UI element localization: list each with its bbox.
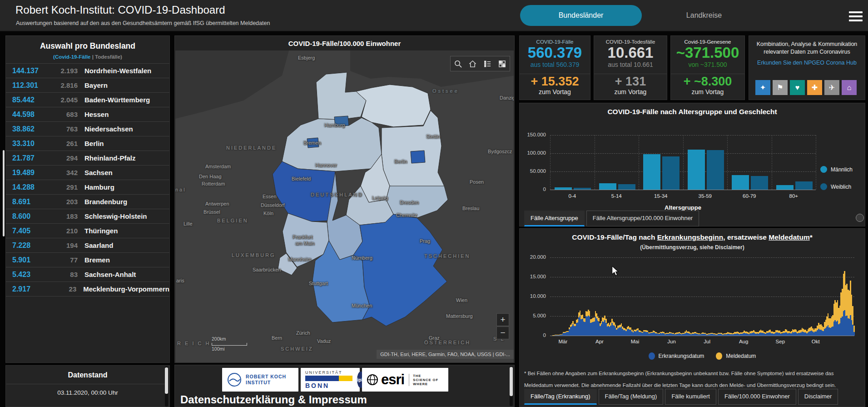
rki-logo-text: ROBERT KOCH INSTITUT (246, 374, 288, 386)
age-bar-weiblich[interactable] (662, 156, 680, 190)
age-bar-maennlich[interactable] (732, 175, 749, 190)
state-row[interactable]: 5.90177Bremen (6, 253, 169, 267)
stat-cards: COVID-19-Fälle560.379aus total 560.379+ … (519, 35, 746, 100)
health-icon[interactable]: ♥ (790, 80, 805, 95)
age-bar-maennlich[interactable] (643, 154, 660, 190)
daily-chart-tab[interactable]: Fälle kumuliert (665, 389, 716, 405)
map-canvas[interactable]: EsbjergOstseeDanzigHamburgStettinBremenB… (175, 50, 514, 362)
page-subtitle: Auswertungen basierend auf den aus den G… (16, 20, 270, 26)
state-row[interactable]: 33.310261Berlin (6, 136, 169, 151)
map-label: Hamburg (324, 122, 345, 128)
menu-icon[interactable] (849, 11, 863, 21)
impressum-link[interactable]: Datenschutzerklärung & Impressum (180, 393, 367, 406)
state-row[interactable]: 44.598683Hessen (6, 107, 169, 122)
age-bar-maennlich[interactable] (599, 183, 616, 190)
age-chart-tab[interactable]: Fälle Altersgruppe (524, 211, 585, 226)
daily-chart-tabs: Fälle/Tag (Erkrankung)Fälle/Tag (Meldung… (524, 389, 838, 405)
bonn-logo-bottom: BONN (305, 382, 352, 389)
age-ytick: 150.000 (520, 132, 546, 137)
npgeo-hub-link[interactable]: Erkunden Sie den NPGEO Corona Hub (749, 60, 865, 66)
state-cases: 8.691 (12, 198, 52, 206)
map-label: Brüssel (203, 209, 220, 215)
transport-icon[interactable]: ✈ (824, 80, 839, 95)
state-name: Niedersachsen (84, 125, 133, 133)
daily-title-erkrankungsbeginn: Erkrankungsbeginn (657, 233, 724, 241)
daily-ytick: 20.000 (520, 254, 546, 260)
esri-tagline: THE SCIENCE OF WHERE (409, 374, 438, 386)
state-row[interactable]: 5.42383Sachsen-Anhalt (6, 267, 169, 282)
map-label: Berlin (394, 159, 407, 164)
age-bar-weiblich[interactable] (751, 176, 768, 190)
legend-deaths-label[interactable]: Todesfälle) (95, 54, 122, 60)
age-gridline-v (595, 135, 595, 190)
state-row[interactable]: 85.4422.045Baden-Württemberg (6, 93, 169, 107)
sidebar-scrollbar[interactable] (3, 150, 5, 236)
state-row[interactable]: 7.228194Saarland (6, 238, 169, 253)
age-bar-weiblich[interactable] (707, 150, 724, 190)
panel-expand-button[interactable] (856, 214, 864, 222)
hub-text-line2: relevanter Daten zum Coronavirus (749, 48, 865, 56)
age-bar-maennlich[interactable] (688, 150, 705, 190)
daily-chart-panel: COVID-19-Fälle/Tag nach Erkrankungsbegin… (519, 228, 865, 407)
state-deaths: 294 (52, 154, 78, 162)
state-row[interactable]: 144.1372.193Nordrhein-Westfalen (6, 63, 169, 78)
scale-mi: 100mi (212, 346, 225, 352)
map-label: BELGIEN (217, 218, 248, 223)
daily-chart-tab[interactable]: Fälle/100.000 Einwohner (718, 389, 796, 405)
age-bar-weiblich[interactable] (574, 188, 591, 190)
age-bar-weiblich[interactable] (618, 184, 635, 190)
age-bar-maennlich[interactable] (776, 185, 794, 190)
search-icon[interactable] (452, 58, 464, 70)
nature-icon[interactable]: ✦ (755, 80, 770, 95)
map-label: Esbjerg (298, 55, 315, 60)
daily-chart-tab[interactable]: Disclaimer (798, 389, 838, 405)
mouse-cursor (611, 266, 620, 276)
zoom-in-button[interactable]: + (496, 313, 509, 326)
stat-card-delta: + 131 (594, 75, 667, 88)
state-row[interactable]: 8.600183Schleswig-Holstein (6, 209, 169, 224)
state-cases: 5.901 (12, 256, 52, 264)
esri-logo-text: esri (381, 372, 404, 388)
map-label: aris (176, 278, 184, 283)
state-row[interactable]: 38.862763Niedersachsen (6, 122, 169, 136)
network-icon[interactable]: ✚ (807, 80, 822, 95)
uni-bonn-logo[interactable]: UNIVERSITÄT BONN iph (301, 368, 360, 392)
state-row[interactable]: 7.405210Thüringen (6, 224, 169, 238)
pin-icon[interactable]: ⚑ (773, 80, 788, 95)
datenstand-scrollbar[interactable] (165, 367, 168, 407)
map-panel: COVID-19-Fälle/100.000 Einwohner Esbjerg… (174, 35, 515, 363)
state-row[interactable]: 8.691203Brandenburg (6, 195, 169, 209)
state-row[interactable]: 2.91723Mecklenburg-Vorpommern (6, 282, 169, 296)
zoom-out-button[interactable]: − (496, 327, 509, 339)
stat-card-delta-box: + 131zum Vortag (594, 74, 667, 100)
toggle-landkreise[interactable]: Landkreise (661, 5, 747, 26)
daily-chart-tab[interactable]: Fälle/Tag (Meldung) (599, 389, 664, 405)
map-label: Saarbrücken (253, 267, 281, 272)
daily-xtick: Mär (554, 339, 572, 344)
map-label: R E I C H (177, 341, 210, 346)
age-xtick: 0-4 (550, 193, 595, 199)
home-icon[interactable] (467, 58, 479, 70)
toggle-bundeslaender[interactable]: Bundesländer (520, 5, 642, 26)
map-label: Breslau (462, 206, 479, 211)
legend-cases-label[interactable]: (Covid-19-Fälle (53, 54, 90, 60)
daily-bar-meldung (589, 311, 590, 317)
daily-chart-footnote: * Bei Fällen ohne Angaben zum Erkrankung… (524, 367, 863, 391)
state-row[interactable]: 112.3012.816Bayern (6, 78, 169, 93)
state-row[interactable]: 19.489342Sachsen (6, 166, 169, 180)
state-row[interactable]: 14.288291Hamburg (6, 180, 169, 195)
age-bar-weiblich[interactable] (795, 181, 813, 190)
state-deaths: 2.045 (52, 96, 78, 104)
basemap-icon[interactable] (496, 58, 508, 70)
rki-logo[interactable]: ROBERT KOCH INSTITUT (222, 368, 298, 392)
esri-logo[interactable]: esri THE SCIENCE OF WHERE (362, 368, 448, 392)
age-bar-maennlich[interactable] (555, 187, 572, 190)
daily-gridline (550, 257, 854, 258)
state-row[interactable]: 21.787294Rheinland-Pfalz (6, 151, 169, 166)
legend-divider: | (90, 54, 95, 60)
daily-chart-tab[interactable]: Fälle/Tag (Erkrankung) (524, 389, 597, 405)
building-icon[interactable]: ⌂ (842, 80, 857, 95)
legend-icon[interactable] (481, 58, 493, 70)
age-chart-tab[interactable]: Fälle Altersgruppe/100.000 Einwohner (586, 211, 699, 226)
impressum-scrollbar[interactable] (510, 367, 513, 406)
